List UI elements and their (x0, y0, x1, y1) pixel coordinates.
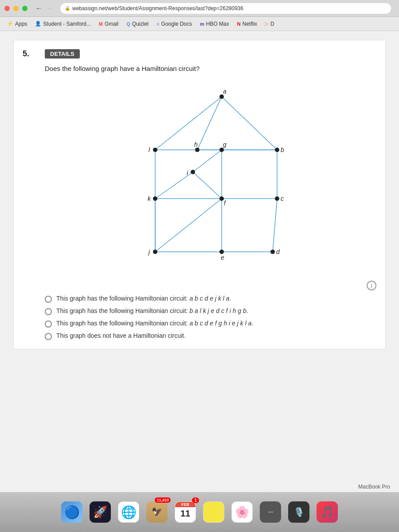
dock: 🔵 🚀 🌐 🦅 11,410 FEB 11 1 🌸 ··· 🎙️ (0, 492, 399, 532)
bookmarks-bar: ⚡ Apps 👤 Student - Samford... M Gmail Q … (0, 17, 399, 31)
option-1-circuit: a b c d e j k l a (189, 295, 229, 302)
macbook-label: MacBook Pro (358, 484, 390, 490)
student-icon: 👤 (35, 21, 41, 27)
back-button[interactable]: ← (35, 4, 43, 12)
node-e (219, 250, 224, 254)
dock-notification[interactable]: 🦅 11,410 (144, 499, 170, 525)
bookmark-hbomax-label: HBO Max (206, 21, 229, 27)
label-h: h (194, 141, 198, 148)
maximize-button[interactable] (22, 6, 27, 11)
label-e: e (221, 254, 224, 261)
label-c: c (281, 195, 284, 202)
music-icon: 🎵 (317, 501, 338, 523)
svg-line-16 (193, 172, 222, 199)
bookmark-netflix-label: Netflix (243, 21, 257, 27)
label-d: d (276, 248, 280, 255)
radio-option-1[interactable] (45, 296, 52, 303)
node-j (153, 250, 157, 254)
label-k: k (148, 195, 151, 202)
minimize-button[interactable] (13, 6, 19, 11)
node-a (219, 94, 224, 99)
hbomax-icon: m (200, 21, 204, 27)
label-l: l (149, 146, 150, 153)
dock-more[interactable]: ··· (258, 499, 283, 525)
notification-icon: 🦅 (146, 501, 168, 523)
option-4-text: This graph does not have a Hamiltonian c… (56, 332, 186, 339)
label-j: j (148, 248, 150, 255)
question-text: Does the following graph have a Hamilton… (45, 65, 376, 72)
question-body: DETAILS Does the following graph have a … (45, 49, 376, 340)
calendar-icon: FEB 11 (175, 501, 196, 523)
close-button[interactable] (4, 6, 10, 11)
dock-finder[interactable]: 🔵 (59, 499, 85, 525)
launchpad-icon: 🚀 (90, 501, 111, 523)
bookmark-d[interactable]: ▷ D (262, 20, 277, 28)
more-icon: ··· (260, 501, 281, 523)
option-2: This graph has the following Hamiltonian… (45, 307, 376, 315)
options-list: This graph has the following Hamiltonian… (45, 295, 376, 340)
node-h (195, 148, 200, 152)
option-4: This graph does not have a Hamiltonian c… (45, 332, 376, 340)
radio-option-4[interactable] (45, 333, 52, 340)
dock-calendar[interactable]: FEB 11 1 (172, 499, 198, 525)
dock-chrome[interactable]: 🌐 (116, 499, 141, 525)
svg-line-14 (193, 150, 222, 172)
url-text: webassign.net/web/Student/Assignment-Res… (72, 5, 243, 12)
dock-screen-recorder[interactable]: 🎙️ (286, 499, 312, 525)
node-d (270, 250, 275, 254)
dock-launchpad[interactable]: 🚀 (87, 499, 113, 525)
radio-option-3[interactable] (45, 321, 52, 328)
option-3-circuit: a b c d e f g h i e j k l a (189, 320, 251, 327)
d-icon: ▷ (265, 21, 269, 27)
svg-line-2 (155, 97, 222, 150)
dock-music[interactable]: 🎵 (314, 499, 340, 525)
label-f: f (224, 200, 227, 207)
bookmark-hbomax[interactable]: m HBO Max (197, 20, 232, 28)
bookmark-gmail[interactable]: M Gmail (96, 20, 121, 28)
svg-line-20 (155, 199, 222, 252)
apps-icon: ⚡ (7, 21, 13, 27)
bookmark-student[interactable]: 👤 Student - Samford... (32, 20, 93, 28)
notification-badge: 11,410 (155, 497, 171, 503)
label-g: g (223, 141, 227, 148)
option-3-text: This graph has the following Hamiltonian… (56, 320, 253, 327)
node-g (219, 148, 224, 152)
calendar-badge: 1 (192, 497, 199, 503)
label-a: a (223, 88, 227, 95)
option-1: This graph has the following Hamiltonian… (45, 295, 376, 303)
info-icon[interactable]: i (367, 281, 376, 290)
netflix-icon: N (237, 21, 241, 27)
question-section: 5. DETAILS Does the following graph have… (13, 40, 386, 349)
option-1-text: This graph has the following Hamiltonian… (56, 295, 231, 302)
address-bar[interactable]: 🔒 webassign.net/web/Student/Assignment-R… (60, 3, 391, 14)
details-badge: DETAILS (45, 49, 80, 59)
bookmark-student-label: Student - Samford... (43, 21, 90, 27)
bookmark-quizlet-label: Quizlet (132, 21, 149, 27)
bookmark-apps[interactable]: ⚡ Apps (4, 20, 30, 28)
forward-button[interactable]: → (46, 4, 53, 12)
lock-icon: 🔒 (65, 6, 70, 11)
bookmark-netflix[interactable]: N Netflix (235, 20, 260, 28)
bookmark-googledocs[interactable]: ≡ Google Docs (154, 20, 195, 28)
bookmark-gmail-label: Gmail (105, 21, 118, 27)
finder-icon: 🔵 (61, 501, 82, 523)
radio-option-2[interactable] (45, 308, 52, 315)
bookmark-apps-label: Apps (15, 21, 27, 27)
notes-icon (203, 501, 224, 523)
graph-container: a b c d e f (45, 81, 376, 272)
option-2-circuit: b a l k j e d c f i h g b (189, 307, 246, 314)
node-f (219, 196, 224, 201)
gmail-icon: M (99, 21, 103, 27)
page-content: 5. DETAILS Does the following graph have… (0, 31, 399, 492)
info-icon-row: i (45, 281, 376, 290)
bookmark-d-label: D (270, 21, 274, 27)
browser-chrome: ← → 🔒 webassign.net/web/Student/Assignme… (0, 0, 399, 17)
dock-notes[interactable] (201, 499, 227, 525)
svg-line-0 (222, 97, 277, 150)
graph-svg: a b c d e f (126, 81, 295, 272)
option-2-text: This graph has the following Hamiltonian… (56, 307, 248, 314)
bookmark-quizlet[interactable]: Q Quizlet (124, 20, 151, 28)
dock-photos[interactable]: 🌸 (229, 499, 255, 525)
option-3: This graph has the following Hamiltonian… (45, 320, 376, 328)
node-i (191, 170, 195, 174)
